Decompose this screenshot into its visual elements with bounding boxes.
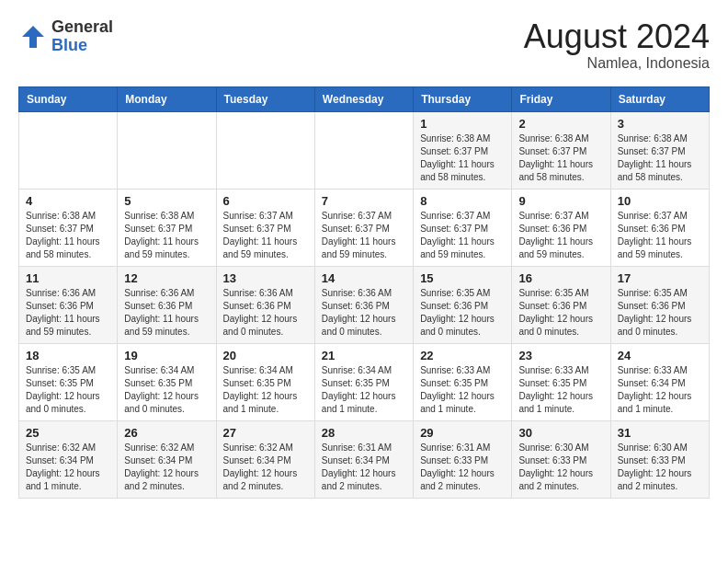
calendar-cell: 25Sunrise: 6:32 AMSunset: 6:34 PMDayligh… [19, 420, 118, 498]
day-number: 31 [618, 426, 702, 440]
weekday-header-tuesday: Tuesday [216, 86, 314, 111]
calendar-cell: 17Sunrise: 6:35 AMSunset: 6:36 PMDayligh… [610, 266, 709, 343]
calendar-cell: 1Sunrise: 6:38 AMSunset: 6:37 PMDaylight… [414, 111, 512, 189]
calendar-cell: 12Sunrise: 6:36 AMSunset: 6:36 PMDayligh… [118, 266, 216, 343]
day-info: Sunrise: 6:32 AMSunset: 6:34 PMDaylight:… [26, 442, 110, 493]
day-number: 7 [322, 194, 406, 208]
day-info: Sunrise: 6:30 AMSunset: 6:33 PMDaylight:… [518, 442, 603, 493]
calendar-cell: 13Sunrise: 6:36 AMSunset: 6:36 PMDayligh… [216, 266, 314, 343]
calendar-cell [314, 111, 413, 189]
calendar-cell: 22Sunrise: 6:33 AMSunset: 6:35 PMDayligh… [414, 343, 512, 420]
day-info: Sunrise: 6:32 AMSunset: 6:34 PMDaylight:… [223, 442, 308, 493]
day-info: Sunrise: 6:33 AMSunset: 6:35 PMDaylight:… [420, 364, 505, 416]
calendar-cell: 5Sunrise: 6:38 AMSunset: 6:37 PMDaylight… [118, 189, 216, 266]
day-number: 27 [223, 426, 308, 440]
calendar-cell: 23Sunrise: 6:33 AMSunset: 6:35 PMDayligh… [512, 343, 610, 420]
logo: General Blue [18, 18, 113, 55]
day-number: 2 [518, 117, 603, 131]
calendar-cell [118, 111, 216, 189]
day-info: Sunrise: 6:38 AMSunset: 6:37 PMDaylight:… [124, 210, 209, 261]
day-info: Sunrise: 6:37 AMSunset: 6:37 PMDaylight:… [322, 210, 406, 261]
title-block: August 2024 Namlea, Indonesia [524, 18, 710, 72]
day-number: 21 [322, 349, 406, 362]
calendar-cell [216, 111, 314, 189]
page-header: General Blue August 2024 Namlea, Indones… [18, 18, 710, 72]
day-info: Sunrise: 6:31 AMSunset: 6:33 PMDaylight:… [420, 442, 505, 493]
day-number: 18 [26, 349, 110, 362]
logo-blue: Blue [51, 36, 87, 54]
calendar-week-row: 4Sunrise: 6:38 AMSunset: 6:37 PMDaylight… [19, 189, 710, 266]
day-info: Sunrise: 6:34 AMSunset: 6:35 PMDaylight:… [223, 364, 308, 416]
day-number: 5 [124, 194, 209, 208]
calendar-cell: 18Sunrise: 6:35 AMSunset: 6:35 PMDayligh… [19, 343, 118, 420]
calendar-cell [19, 111, 118, 189]
day-info: Sunrise: 6:36 AMSunset: 6:36 PMDaylight:… [223, 287, 308, 339]
day-info: Sunrise: 6:36 AMSunset: 6:36 PMDaylight:… [322, 287, 406, 339]
calendar-cell: 8Sunrise: 6:37 AMSunset: 6:37 PMDaylight… [414, 189, 512, 266]
day-info: Sunrise: 6:30 AMSunset: 6:33 PMDaylight:… [618, 442, 702, 493]
calendar-table: SundayMondayTuesdayWednesdayThursdayFrid… [18, 86, 710, 499]
day-number: 9 [518, 194, 603, 208]
calendar-cell: 14Sunrise: 6:36 AMSunset: 6:36 PMDayligh… [314, 266, 413, 343]
day-number: 6 [223, 194, 308, 208]
day-info: Sunrise: 6:35 AMSunset: 6:36 PMDaylight:… [518, 287, 603, 339]
day-number: 8 [420, 194, 505, 208]
calendar-cell: 11Sunrise: 6:36 AMSunset: 6:36 PMDayligh… [19, 266, 118, 343]
weekday-header-saturday: Saturday [610, 86, 709, 111]
day-info: Sunrise: 6:37 AMSunset: 6:37 PMDaylight:… [223, 210, 308, 261]
day-number: 25 [26, 426, 110, 440]
calendar-cell: 31Sunrise: 6:30 AMSunset: 6:33 PMDayligh… [610, 420, 709, 498]
calendar-cell: 10Sunrise: 6:37 AMSunset: 6:36 PMDayligh… [610, 189, 709, 266]
day-number: 24 [618, 349, 702, 362]
calendar-cell: 24Sunrise: 6:33 AMSunset: 6:34 PMDayligh… [610, 343, 709, 420]
day-info: Sunrise: 6:38 AMSunset: 6:37 PMDaylight:… [26, 210, 110, 261]
day-number: 17 [618, 271, 702, 285]
calendar-cell: 21Sunrise: 6:34 AMSunset: 6:35 PMDayligh… [314, 343, 413, 420]
day-number: 10 [618, 194, 702, 208]
calendar-cell: 4Sunrise: 6:38 AMSunset: 6:37 PMDaylight… [19, 189, 118, 266]
day-number: 22 [420, 349, 505, 362]
svg-marker-0 [22, 26, 44, 48]
day-info: Sunrise: 6:35 AMSunset: 6:36 PMDaylight:… [618, 287, 702, 339]
calendar-cell: 30Sunrise: 6:30 AMSunset: 6:33 PMDayligh… [512, 420, 610, 498]
day-info: Sunrise: 6:38 AMSunset: 6:37 PMDaylight:… [420, 132, 505, 184]
calendar-cell: 9Sunrise: 6:37 AMSunset: 6:36 PMDaylight… [512, 189, 610, 266]
logo-icon [18, 22, 48, 52]
calendar-cell: 3Sunrise: 6:38 AMSunset: 6:37 PMDaylight… [610, 111, 709, 189]
calendar-cell: 28Sunrise: 6:31 AMSunset: 6:34 PMDayligh… [314, 420, 413, 498]
day-number: 26 [124, 426, 209, 440]
day-info: Sunrise: 6:38 AMSunset: 6:37 PMDaylight:… [618, 132, 702, 184]
calendar-cell: 7Sunrise: 6:37 AMSunset: 6:37 PMDaylight… [314, 189, 413, 266]
location: Namlea, Indonesia [524, 55, 710, 72]
day-info: Sunrise: 6:35 AMSunset: 6:36 PMDaylight:… [420, 287, 505, 339]
day-info: Sunrise: 6:34 AMSunset: 6:35 PMDaylight:… [124, 364, 209, 416]
calendar-week-row: 11Sunrise: 6:36 AMSunset: 6:36 PMDayligh… [19, 266, 710, 343]
weekday-header-row: SundayMondayTuesdayWednesdayThursdayFrid… [19, 86, 710, 111]
day-number: 29 [420, 426, 505, 440]
day-info: Sunrise: 6:37 AMSunset: 6:36 PMDaylight:… [618, 210, 702, 261]
day-info: Sunrise: 6:33 AMSunset: 6:34 PMDaylight:… [618, 364, 702, 416]
day-number: 30 [518, 426, 603, 440]
calendar-week-row: 18Sunrise: 6:35 AMSunset: 6:35 PMDayligh… [19, 343, 710, 420]
calendar-cell: 2Sunrise: 6:38 AMSunset: 6:37 PMDaylight… [512, 111, 610, 189]
day-number: 15 [420, 271, 505, 285]
calendar-cell: 15Sunrise: 6:35 AMSunset: 6:36 PMDayligh… [414, 266, 512, 343]
weekday-header-wednesday: Wednesday [314, 86, 413, 111]
day-info: Sunrise: 6:38 AMSunset: 6:37 PMDaylight:… [518, 132, 603, 184]
calendar-week-row: 25Sunrise: 6:32 AMSunset: 6:34 PMDayligh… [19, 420, 710, 498]
day-info: Sunrise: 6:31 AMSunset: 6:34 PMDaylight:… [322, 442, 406, 493]
day-number: 23 [518, 349, 603, 362]
day-number: 4 [26, 194, 110, 208]
day-number: 28 [322, 426, 406, 440]
day-number: 19 [124, 349, 209, 362]
day-number: 20 [223, 349, 308, 362]
weekday-header-monday: Monday [118, 86, 216, 111]
day-number: 1 [420, 117, 505, 131]
logo-general: General [51, 17, 113, 36]
day-number: 16 [518, 271, 603, 285]
day-number: 3 [618, 117, 702, 131]
day-number: 11 [26, 271, 110, 285]
calendar-cell: 20Sunrise: 6:34 AMSunset: 6:35 PMDayligh… [216, 343, 314, 420]
calendar-cell: 19Sunrise: 6:34 AMSunset: 6:35 PMDayligh… [118, 343, 216, 420]
day-info: Sunrise: 6:36 AMSunset: 6:36 PMDaylight:… [124, 287, 209, 339]
